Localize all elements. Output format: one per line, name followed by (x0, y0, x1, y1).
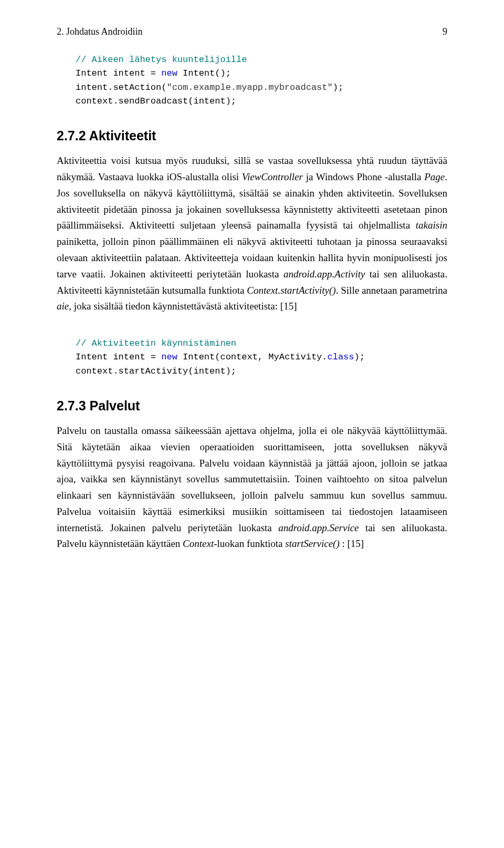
code-line: intent.setAction("com.example.myapp.mybr… (76, 82, 343, 92)
code-line: context.startActivity(intent); (76, 366, 236, 376)
page: 2. Johdatus Androidiin 9 // Aikeen lähet… (0, 0, 504, 848)
paragraph-palvelut: Palvelu on taustalla omassa säikeessään … (57, 423, 447, 552)
code-block-startactivity: // Aktiviteetin käynnistäminen Intent in… (76, 337, 447, 378)
page-number: 9 (443, 26, 447, 37)
code-line: Intent intent = new Intent(); (76, 68, 231, 78)
chapter-title: 2. Johdatus Androidiin (57, 26, 143, 37)
running-header: 2. Johdatus Androidiin 9 (57, 26, 447, 37)
code-comment: // Aikeen lähetys kuuntelijoille (76, 55, 247, 65)
code-comment: // Aktiviteetin käynnistäminen (76, 338, 236, 348)
section-heading-aktiviteetit: 2.7.2 Aktiviteetit (57, 128, 447, 143)
code-line: Intent intent = new Intent(context, MyAc… (76, 352, 365, 362)
code-block-broadcast: // Aikeen lähetys kuuntelijoille Intent … (76, 53, 447, 108)
section-heading-palvelut: 2.7.3 Palvelut (57, 398, 447, 413)
paragraph-aktiviteetit: Aktiviteettia voisi kutsua myös ruuduksi… (57, 153, 447, 315)
code-line: context.sendBroadcast(intent); (76, 96, 236, 106)
